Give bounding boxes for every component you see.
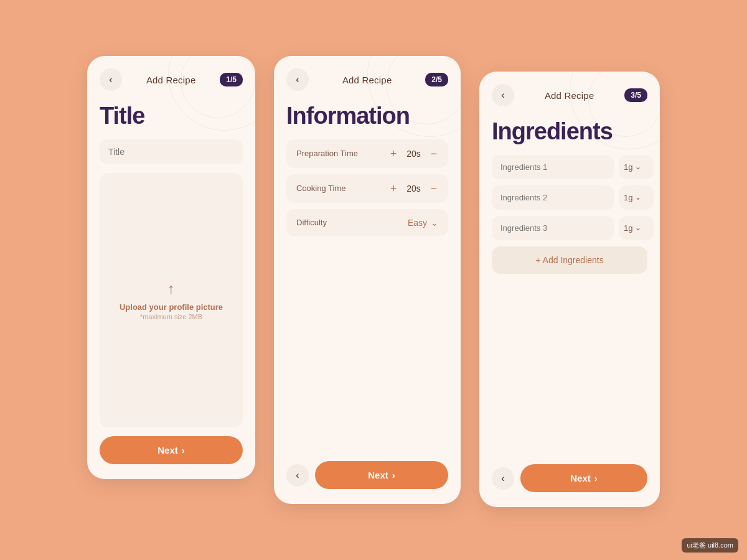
page-title-1: Title (100, 103, 243, 129)
difficulty-label: Difficulty (296, 218, 352, 227)
back-button-1[interactable]: ‹ (100, 68, 122, 91)
back-icon-3: ‹ (501, 90, 504, 101)
chevron-down-icon-u3: ⌄ (635, 223, 641, 232)
cooking-time-label: Cooking Time (296, 184, 352, 193)
ingredient-input-3[interactable] (492, 216, 614, 240)
card-1-header: ‹ Add Recipe 1/5 (100, 68, 243, 91)
next-label-2: Next (368, 470, 388, 480)
back-button-3[interactable]: ‹ (492, 84, 514, 106)
card-3-bottom-nav: ‹ Next › (492, 464, 647, 492)
next-arrow-icon-2: › (392, 470, 395, 480)
add-ingredients-button[interactable]: + Add Ingredients (492, 246, 647, 274)
next-arrow-icon-3: › (594, 473, 598, 483)
difficulty-value: Easy (408, 218, 427, 228)
prep-time-controls: + 20s − (389, 148, 438, 159)
unit-select-1[interactable]: 1g ⌄ (619, 155, 654, 179)
prep-time-label: Preparation Time (296, 149, 358, 158)
cooking-time-controls: + 20s − (389, 183, 438, 194)
back-button-2b[interactable]: ‹ (286, 464, 309, 487)
header-title-3: Add Recipe (545, 90, 594, 101)
next-label-1: Next (157, 445, 178, 455)
difficulty-row: Difficulty Easy ⌄ (286, 209, 448, 236)
next-button-2[interactable]: Next › (315, 461, 448, 489)
prep-time-value: 20s (404, 149, 423, 159)
chevron-down-icon-u2: ⌄ (635, 193, 641, 202)
upload-text: Upload your profile picture (120, 302, 223, 312)
step-badge-2: 2/5 (425, 73, 448, 86)
next-arrow-icon-1: › (182, 445, 185, 455)
ingredient-input-2[interactable] (492, 185, 614, 210)
header-title-2: Add Recipe (342, 75, 392, 85)
next-label-3: Next (570, 473, 591, 483)
card-2-header: ‹ Add Recipe 2/5 (286, 68, 448, 91)
page-title-2: Information (286, 103, 448, 129)
card-step-3: ‹ Add Recipe 3/5 Ingredients 1g ⌄ 1g ⌄ 1… (479, 72, 660, 507)
unit-value-2: 1g (624, 193, 632, 202)
chevron-down-icon: ⌄ (431, 218, 438, 228)
ingredient-row-1: 1g ⌄ (492, 155, 647, 179)
ingredient-input-1[interactable] (492, 155, 614, 179)
back-button-2[interactable]: ‹ (286, 68, 309, 91)
header-title-1: Add Recipe (146, 75, 196, 85)
unit-select-3[interactable]: 1g ⌄ (619, 216, 654, 240)
page-title-3: Ingredients (492, 119, 647, 145)
ingredient-row-3: 1g ⌄ (492, 216, 647, 240)
prep-time-row: Preparation Time + 20s − (286, 139, 448, 168)
card-step-1: ‹ Add Recipe 1/5 Title ↑ Upload your pro… (87, 56, 255, 479)
back-button-3b[interactable]: ‹ (492, 467, 514, 490)
add-ingredients-label: + Add Ingredients (535, 255, 603, 265)
step-badge-3: 3/5 (624, 88, 647, 102)
prep-time-minus[interactable]: − (429, 148, 438, 159)
next-button-3[interactable]: Next › (520, 464, 647, 492)
step-badge-1: 1/5 (220, 73, 243, 86)
upload-subtext: *maximum size 2MB (140, 313, 202, 320)
title-input[interactable] (100, 139, 243, 164)
watermark: ui老爸 uil8.com (682, 538, 738, 553)
unit-value-1: 1g (624, 162, 632, 172)
back-icon-2: ‹ (296, 74, 299, 85)
next-button-1[interactable]: Next › (100, 436, 243, 464)
cooking-time-plus[interactable]: + (389, 183, 398, 194)
prep-time-plus[interactable]: + (389, 148, 398, 159)
ingredient-row-2: 1g ⌄ (492, 185, 647, 210)
card-3-header: ‹ Add Recipe 3/5 (492, 84, 647, 106)
unit-select-2[interactable]: 1g ⌄ (619, 185, 654, 210)
back-icon-3b: ‹ (501, 473, 504, 484)
difficulty-wrapper: Easy ⌄ (408, 218, 438, 228)
card-step-2: ‹ Add Recipe 2/5 Information Preparation… (274, 56, 461, 504)
unit-value-3: 1g (624, 223, 632, 233)
upload-area[interactable]: ↑ Upload your profile picture *maximum s… (100, 173, 243, 427)
cooking-time-row: Cooking Time + 20s − (286, 174, 448, 203)
card-2-bottom-nav: ‹ Next › (286, 461, 448, 489)
chevron-down-icon-u1: ⌄ (635, 162, 641, 171)
back-icon-1: ‹ (109, 74, 112, 85)
back-icon-2b: ‹ (296, 470, 299, 481)
cooking-time-value: 20s (404, 184, 423, 194)
upload-icon: ↑ (167, 280, 175, 297)
cooking-time-minus[interactable]: − (429, 183, 438, 194)
